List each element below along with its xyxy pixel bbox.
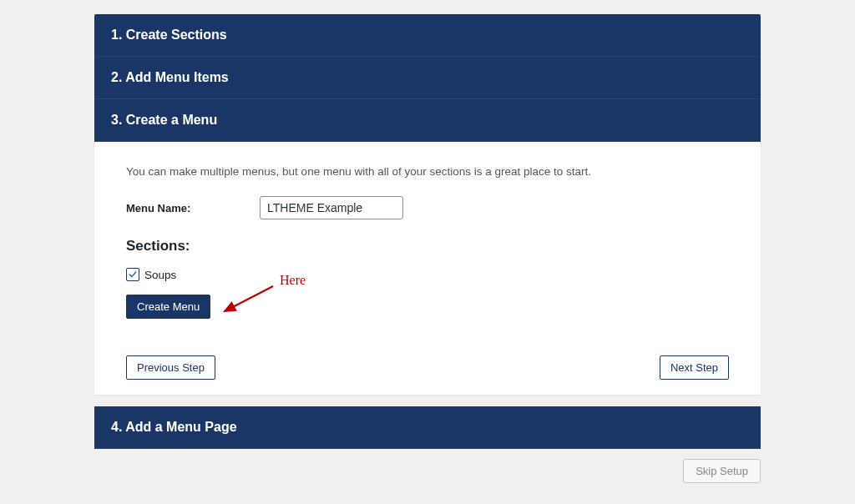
- step-header-1[interactable]: 1. Create Sections: [94, 14, 761, 57]
- next-step-button[interactable]: Next Step: [660, 355, 729, 380]
- annotation-text: Here: [280, 273, 306, 288]
- step-panel-3: You can make multiple menus, but one men…: [94, 142, 761, 395]
- annotation-arrow-icon: [216, 280, 283, 321]
- check-icon: [128, 270, 138, 280]
- menu-name-input[interactable]: [260, 196, 403, 219]
- menu-name-row: Menu Name:: [126, 196, 729, 219]
- section-label-soups: Soups: [144, 269, 176, 281]
- create-menu-button[interactable]: Create Menu: [126, 295, 210, 319]
- step-header-3[interactable]: 3. Create a Menu: [94, 99, 761, 142]
- step-header-4[interactable]: 4. Add a Menu Page: [94, 406, 761, 449]
- svg-line-1: [225, 286, 273, 311]
- sections-heading: Sections:: [126, 238, 729, 255]
- menu-name-label: Menu Name:: [126, 202, 260, 214]
- section-item-row: Soups: [126, 268, 729, 281]
- skip-setup-button[interactable]: Skip Setup: [683, 459, 761, 483]
- section-checkbox-soups[interactable]: [126, 268, 139, 281]
- step-header-2[interactable]: 2. Add Menu Items: [94, 57, 761, 99]
- intro-text: You can make multiple menus, but one men…: [126, 165, 729, 178]
- previous-step-button[interactable]: Previous Step: [126, 355, 215, 380]
